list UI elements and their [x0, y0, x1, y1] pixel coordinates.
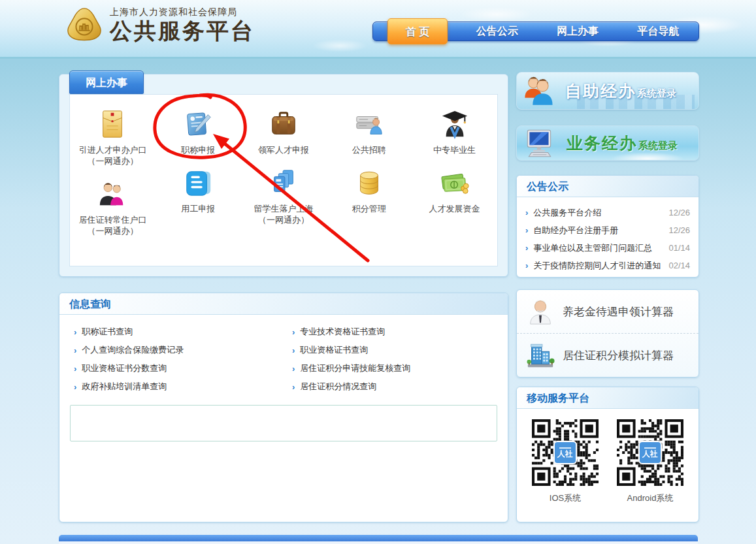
service-item-public-recruitment[interactable]: 公共招聘: [352, 105, 386, 155]
nav-tab-announcements[interactable]: 公告公示: [457, 22, 537, 40]
chevron-right-icon: ›: [525, 225, 528, 235]
service-item-employment-declaration[interactable]: 用工申报: [181, 164, 215, 214]
link-points-status-query[interactable]: ›居住证积分情况查询: [284, 377, 508, 396]
info-query-title: 信息查询: [59, 293, 508, 315]
chevron-right-icon: ›: [74, 345, 76, 355]
chevron-right-icon: ›: [292, 382, 295, 392]
link-title-certificate-query[interactable]: ›职称证书查询: [59, 323, 284, 341]
announcements-title: 公告公示: [517, 176, 698, 197]
service-item-title-declaration[interactable]: 职称申报: [181, 105, 215, 155]
link-vocational-cert-score[interactable]: ›职业资格证书分数查询: [59, 359, 284, 377]
chevron-right-icon: ›: [292, 364, 295, 374]
chevron-right-icon: ›: [74, 364, 76, 374]
database-icon: [354, 164, 384, 198]
mobile-platform-title: 移动服务平台: [517, 387, 698, 409]
main-nav: 首 页 公告公示 网上办事 平台导航: [372, 22, 699, 41]
gov-logo-icon: [65, 6, 103, 44]
elder-icon: [525, 296, 555, 327]
pension-calculator-link[interactable]: 养老金待遇申领计算器: [517, 290, 698, 334]
service-item-talent-fund[interactable]: 人才发展资金: [429, 164, 480, 214]
page: 上海市人力资源和社会保障局 公共服务平台 首 页 公告公示 网上办事 平台导航 …: [0, 0, 756, 544]
online-services-panel: 网上办事: [59, 74, 508, 277]
link-vocational-cert-query[interactable]: ›职业资格证书查询: [284, 341, 508, 359]
business-login-banner[interactable]: 业务经办系统登录: [516, 125, 699, 161]
announcements-panel: 公告公示 ›公共服务平台介绍12/26 ›自助经办平台注册手册12/26 ›事业…: [516, 175, 699, 278]
footer-light-strip: [59, 541, 698, 544]
link-subsidized-training-list[interactable]: ›政府补贴培训清单查询: [59, 377, 284, 396]
brand: 上海市人力资源和社会保障局 公共服务平台: [65, 6, 255, 44]
chevron-right-icon: ›: [525, 208, 528, 217]
announcement-item[interactable]: ›事业单位以及主管部门问题汇总01/14: [517, 239, 698, 257]
monitor-icon: [522, 127, 557, 159]
title-card-icon: [183, 105, 213, 139]
renshe-logo: 人社: [553, 441, 577, 464]
nav-tab-platform-guide[interactable]: 平台导航: [618, 22, 698, 40]
link-professional-cert-query[interactable]: ›专业技术资格证书查询: [284, 323, 508, 341]
qr-ios[interactable]: 人社 IOS系统: [532, 419, 599, 504]
two-people-icon: [522, 74, 556, 108]
building-icon: [525, 340, 555, 370]
banner-main-text: 业务经办: [567, 134, 637, 152]
service-item-secondary-graduates[interactable]: 中专毕业生: [433, 105, 476, 155]
recruit-icon: [354, 105, 384, 139]
chevron-right-icon: ›: [525, 243, 528, 253]
qr-android[interactable]: 人社 Android系统: [617, 419, 683, 504]
money-icon: [440, 164, 470, 198]
notice-placeholder-box: [70, 405, 497, 441]
service-item-residence-permit[interactable]: 居住证转常住户口 （一网通办）: [78, 175, 146, 236]
announcement-item[interactable]: ›自助经办平台注册手册12/26: [517, 221, 698, 239]
chevron-right-icon: ›: [292, 345, 295, 355]
chevron-right-icon: ›: [525, 261, 528, 270]
services-grid: 引进人才申办户口 （一网通办）: [69, 94, 498, 266]
nav-tab-home[interactable]: 首 页: [387, 18, 448, 44]
envelope-icon: [97, 105, 127, 139]
documents-icon: [269, 164, 299, 198]
chevron-right-icon: ›: [74, 327, 76, 337]
site-header: 上海市人力资源和社会保障局 公共服务平台 首 页 公告公示 网上办事 平台导航: [0, 0, 756, 59]
people-icon: [97, 175, 127, 209]
self-service-login-banner[interactable]: 自助经办系统登录: [516, 72, 699, 110]
renshe-logo: 人社: [638, 441, 662, 464]
service-item-points-management[interactable]: 积分管理: [352, 164, 386, 214]
org-name: 上海市人力资源和社会保障局: [110, 7, 255, 18]
banner-sub-text: 系统登录: [638, 140, 678, 151]
service-item-overseas-students[interactable]: 留学生落户上海 （一网通办）: [254, 164, 313, 225]
points-simulator-link[interactable]: 居住证积分模拟计算器: [517, 334, 698, 377]
calculators-panel: 养老金待遇申领计算器: [516, 289, 699, 377]
mobile-platform-panel: 移动服务平台 人社 IOS系统 人社 Android系统: [516, 387, 699, 522]
info-query-panel: 信息查询 ›职称证书查询 ›个人查询综合保险缴费记录 ›职业资格证书分数查询 ›…: [59, 293, 508, 522]
nav-tab-online-services[interactable]: 网上办事: [537, 22, 617, 40]
footer-bar: [59, 535, 698, 541]
banner-sub-text: 系统登录: [637, 88, 676, 99]
announcement-item[interactable]: ›关于疫情防控期间人才引进的通知02/14: [517, 257, 698, 274]
chevron-right-icon: ›: [74, 382, 76, 392]
link-insurance-payment-record[interactable]: ›个人查询综合保险缴费记录: [59, 341, 284, 359]
banner-main-text: 自助经办: [565, 82, 636, 100]
clipboard-icon: [183, 164, 213, 198]
site-title: 公共服务平台: [110, 18, 255, 43]
services-panel-tab[interactable]: 网上办事: [69, 71, 144, 94]
graduate-icon: [440, 105, 470, 139]
announcement-item[interactable]: ›公共服务平台介绍12/26: [517, 204, 698, 221]
chevron-right-icon: ›: [292, 327, 295, 337]
link-points-skill-review-query[interactable]: ›居住证积分申请技能复核查询: [284, 359, 508, 377]
service-item-hukou-talent[interactable]: 引进人才申办户口 （一网通办）: [78, 105, 146, 167]
briefcase-icon: [269, 105, 299, 139]
service-item-leading-talent[interactable]: 领军人才申报: [258, 105, 309, 155]
